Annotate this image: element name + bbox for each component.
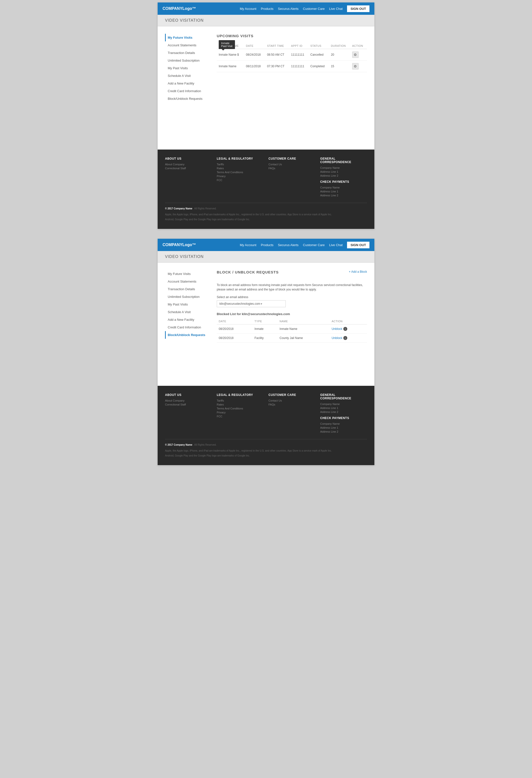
- footer-cp-addr1: Address Line 1: [320, 190, 367, 193]
- email-dropdown[interactable]: klin@securustechnologies.com ▼: [217, 300, 286, 307]
- footer-legal: LEGAL & REGULATORY Tariffs Rates Terms A…: [217, 157, 264, 198]
- main-nav-2: My Account Products Securus Alerts Custo…: [240, 242, 369, 248]
- footer-general-title: GENERAL CORRESPONDENCE: [320, 157, 367, 164]
- sidebar-item-unlimited-subscription[interactable]: Unlimited Subscription: [165, 57, 209, 64]
- footer2-about-company[interactable]: About Company: [165, 399, 212, 402]
- sign-out-button[interactable]: SIGN OUT: [347, 5, 369, 12]
- table-row: Inmate Name 08/11/2018 07:30 PM CT 11111…: [217, 61, 367, 72]
- cell-date: 08/24/2018: [244, 49, 265, 61]
- footer-2: ABOUT US About Company Correctional Staf…: [158, 386, 374, 465]
- content-area: UPCOMING VISITS INMATE NAME DATE START T…: [217, 34, 367, 142]
- cell-action[interactable]: Unblock i: [330, 333, 367, 343]
- add-block-link[interactable]: + Add a Block: [349, 270, 367, 274]
- sidebar-item-transaction-details[interactable]: Transaction Details: [165, 49, 209, 57]
- sidebar-item-block-unblock-requests[interactable]: Block/Unblock Requests: [165, 95, 209, 102]
- nav2-securus-alerts[interactable]: Securus Alerts: [278, 243, 298, 247]
- unblock-link-2[interactable]: Unblock i: [332, 336, 365, 340]
- footer-rates[interactable]: Rates: [217, 167, 264, 170]
- sidebar-item-add-new-facility[interactable]: Add a New Facility: [165, 80, 209, 87]
- gear-icon[interactable]: ⚙: [352, 52, 359, 58]
- footer-correctional-staff[interactable]: Correctional Staff: [165, 167, 212, 170]
- sidebar-item-credit-card-information[interactable]: Credit Card Information: [165, 87, 209, 95]
- cell-time: 08:50 AM CT: [265, 49, 289, 61]
- cell-appt: 11111111: [289, 61, 308, 72]
- tooltip-line1: Inmate: [221, 42, 233, 45]
- sidebar2-item-transaction-details[interactable]: Transaction Details: [165, 285, 209, 293]
- nav2-my-account[interactable]: My Account: [240, 243, 256, 247]
- footer-contact-us[interactable]: Contact Us: [268, 163, 315, 166]
- footer2-general-title: GENERAL CORRESPONDENCE: [320, 393, 367, 400]
- main-content: My Future Visits Account Statements Tran…: [158, 26, 374, 150]
- block-header: BLOCK / UNBLOCK REQUESTS + Add a Block: [217, 270, 367, 279]
- footer-terms[interactable]: Terms And Conditions: [217, 171, 264, 174]
- sidebar2-item-account-statements[interactable]: Account Statements: [165, 278, 209, 285]
- footer-gc-addr2: Address Line 2: [320, 174, 367, 177]
- footer-tariffs[interactable]: Tariffs: [217, 163, 264, 166]
- sidebar-item-my-past-visits[interactable]: My Past Visits: [165, 64, 209, 72]
- footer-privacy[interactable]: Privacy: [217, 175, 264, 178]
- block-description: To block an email address form receiving…: [217, 283, 367, 292]
- sidebar2-item-unlimited-subscription[interactable]: Unlimited Subscription: [165, 293, 209, 301]
- col-header-action: ACTION: [350, 43, 367, 49]
- nav2-live-chat[interactable]: Live Chat: [329, 243, 343, 247]
- sidebar2-item-my-future-visits[interactable]: My Future Visits: [165, 270, 209, 278]
- gear-icon[interactable]: ⚙: [352, 63, 359, 70]
- nav2-products[interactable]: Products: [261, 243, 273, 247]
- footer2-cp-name: Company Name: [320, 422, 367, 425]
- nav2-customer-care[interactable]: Customer Care: [303, 243, 325, 247]
- footer2-terms[interactable]: Terms And Conditions: [217, 407, 264, 410]
- col-header-type: TYPE: [253, 318, 278, 324]
- nav-my-account[interactable]: My Account: [240, 7, 256, 11]
- sidebar2-item-credit-card-information[interactable]: Credit Card Information: [165, 323, 209, 331]
- cell-action[interactable]: Unblock i: [330, 324, 367, 333]
- nav-customer-care[interactable]: Customer Care: [303, 7, 325, 11]
- sidebar2-item-schedule-a-visit[interactable]: Schedule A Visit: [165, 308, 209, 316]
- footer-gc-name: Company Name: [320, 166, 367, 169]
- footer2-fcc[interactable]: FCC: [217, 415, 264, 418]
- cell-action[interactable]: ⚙: [350, 49, 367, 61]
- block-unblock-title: BLOCK / UNBLOCK REQUESTS: [217, 270, 279, 274]
- footer2-gc-addr1: Address Line 1: [320, 406, 367, 409]
- sidebar-item-my-future-visits[interactable]: My Future Visits: [165, 34, 209, 42]
- info-icon-1[interactable]: i: [343, 327, 347, 331]
- footer-cp-name: Company Name: [320, 186, 367, 189]
- unblock-link-1[interactable]: Unblock i: [332, 327, 365, 331]
- visits-table: INMATE NAME DATE START TIME APPT ID STAT…: [217, 43, 367, 72]
- upcoming-visits-title: UPCOMING VISITS: [217, 34, 367, 38]
- dropdown-arrow-icon: ▼: [260, 303, 283, 305]
- cell-action[interactable]: ⚙: [350, 61, 367, 72]
- footer2-rates[interactable]: Rates: [217, 403, 264, 406]
- col-header-date: DATE: [244, 43, 265, 49]
- footer-legal2: Android, Google Play and the Google Play…: [165, 218, 367, 222]
- table-row: 08/20/2018 Facility County Jail Name Unb…: [217, 333, 367, 343]
- footer: ABOUT US About Company Correctional Staf…: [158, 150, 374, 229]
- page-title-2: VIDEO VISITATION: [165, 254, 367, 259]
- sidebar-item-account-statements[interactable]: Account Statements: [165, 42, 209, 49]
- footer2-privacy[interactable]: Privacy: [217, 411, 264, 414]
- footer2-correctional-staff[interactable]: Correctional Staff: [165, 403, 212, 406]
- sidebar2-item-add-new-facility[interactable]: Add a New Facility: [165, 316, 209, 323]
- footer-fcc[interactable]: FCC: [217, 179, 264, 181]
- nav-securus-alerts[interactable]: Securus Alerts: [278, 7, 298, 11]
- main-nav: My Account Products Securus Alerts Custo…: [240, 5, 369, 12]
- col-header-name: NAME: [278, 318, 330, 324]
- sub-header-2: VIDEO VISITATION: [158, 251, 374, 262]
- col-header-action: ACTION: [330, 318, 367, 324]
- footer-faqs[interactable]: FAQs: [268, 167, 315, 170]
- sign-out-button-2[interactable]: SIGN OUT: [347, 242, 369, 248]
- sidebar2-item-block-unblock-requests[interactable]: Block/Unblock Requests: [165, 331, 209, 339]
- footer-legal1: Apple, the Apple logo, iPhone, and iPad …: [165, 213, 367, 217]
- footer-check-payments-title: CHECK PAYMENTS: [320, 180, 367, 183]
- header-2: COMPANYLogo™ My Account Products Securus…: [158, 239, 374, 251]
- sidebar-item-schedule-a-visit[interactable]: Schedule A Visit: [165, 72, 209, 80]
- footer2-tariffs[interactable]: Tariffs: [217, 399, 264, 402]
- nav-live-chat[interactable]: Live Chat: [329, 7, 343, 11]
- footer2-customer-care: CUSTOMER CARE Contact Us FAQs: [268, 393, 315, 434]
- nav-products[interactable]: Products: [261, 7, 273, 11]
- sidebar2-item-my-past-visits[interactable]: My Past Visits: [165, 301, 209, 308]
- footer2-cp-addr1: Address Line 1: [320, 426, 367, 429]
- footer-about-company[interactable]: About Company: [165, 163, 212, 166]
- footer2-contact-us[interactable]: Contact Us: [268, 399, 315, 402]
- info-icon-2[interactable]: i: [343, 336, 347, 340]
- footer2-faqs[interactable]: FAQs: [268, 403, 315, 406]
